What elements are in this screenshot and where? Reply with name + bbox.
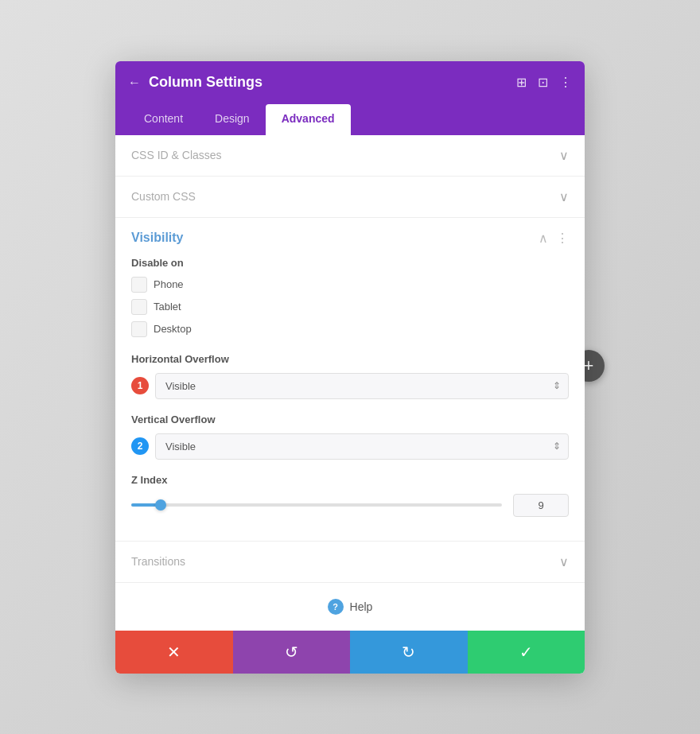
header-icons: ⊞ ⊡ ⋮	[516, 75, 572, 90]
help-section: ? Help	[115, 583, 585, 631]
expand-icon[interactable]: ⊞	[516, 75, 527, 90]
undo-button[interactable]: ↺	[233, 631, 351, 674]
save-button[interactable]: ✓	[468, 631, 585, 674]
disable-on-checkboxes: Phone Tablet Desktop	[131, 277, 569, 337]
checkbox-phone: Phone	[131, 277, 569, 293]
visibility-more-icon[interactable]: ⋮	[556, 231, 569, 246]
save-icon: ✓	[519, 643, 533, 662]
visibility-controls: ∧ ⋮	[539, 231, 569, 246]
more-options-icon[interactable]: ⋮	[559, 75, 572, 90]
checkbox-tablet: Tablet	[131, 299, 569, 315]
header-left: ← Column Settings	[128, 74, 262, 91]
custom-css-arrow: ∨	[559, 189, 569, 204]
horizontal-overflow-badge: 1	[131, 377, 149, 394]
z-index-slider-track[interactable]	[131, 503, 502, 507]
checkbox-desktop: Desktop	[131, 321, 569, 337]
panel-footer: ✕ ↺ ↻ ✓	[115, 631, 585, 674]
tab-content[interactable]: Content	[128, 104, 199, 135]
plus-icon: +	[584, 355, 594, 376]
visibility-section: Visibility ∧ ⋮ Disable on Phone	[115, 218, 585, 542]
layout-icon[interactable]: ⊡	[538, 75, 548, 90]
tab-design[interactable]: Design	[199, 104, 266, 135]
z-index-input[interactable]	[513, 494, 569, 517]
tabs-bar: Content Design Advanced	[115, 104, 585, 135]
horizontal-overflow-group: Horizontal Overflow 1 Visible Hidden Scr…	[131, 353, 569, 399]
help-label[interactable]: Help	[350, 600, 373, 613]
visibility-title: Visibility	[131, 231, 184, 245]
tablet-label: Tablet	[154, 301, 181, 313]
vertical-overflow-group: Vertical Overflow 2 Visible Hidden Scrol…	[131, 414, 569, 460]
horizontal-overflow-label: Horizontal Overflow	[131, 353, 569, 365]
desktop-label: Desktop	[154, 323, 192, 335]
transitions-title: Transitions	[131, 555, 185, 568]
phone-checkbox[interactable]	[131, 277, 147, 293]
visibility-header: Visibility ∧ ⋮	[131, 231, 569, 246]
cancel-icon: ✕	[167, 643, 181, 662]
disable-on-label: Disable on	[131, 257, 569, 269]
vertical-overflow-label: Vertical Overflow	[131, 414, 569, 425]
z-index-label: Z Index	[131, 474, 569, 486]
z-index-group: Z Index	[131, 474, 569, 517]
css-id-classes-section: CSS ID & Classes ∨	[115, 135, 585, 177]
visibility-collapse-icon[interactable]: ∧	[539, 231, 548, 246]
undo-icon: ↺	[285, 643, 298, 662]
cancel-button[interactable]: ✕	[115, 631, 233, 674]
desktop-checkbox[interactable]	[131, 321, 147, 337]
phone-label: Phone	[154, 278, 184, 290]
redo-button[interactable]: ↻	[350, 631, 468, 674]
panel-header: ← Column Settings ⊞ ⊡ ⋮	[115, 61, 585, 104]
transitions-section: Transitions ∨	[115, 542, 585, 583]
transitions-arrow: ∨	[559, 554, 569, 569]
transitions-header[interactable]: Transitions ∨	[115, 542, 585, 582]
custom-css-section: Custom CSS ∨	[115, 177, 585, 218]
custom-css-title: Custom CSS	[131, 190, 196, 203]
disable-on-group: Disable on Phone Tablet Desktop	[131, 257, 569, 337]
panel-body: CSS ID & Classes ∨ Custom CSS ∨ Visibili…	[115, 135, 585, 631]
vertical-overflow-select[interactable]: Visible Hidden Scroll Auto	[155, 433, 569, 460]
horizontal-overflow-select[interactable]: Visible Hidden Scroll Auto	[155, 373, 569, 399]
tablet-checkbox[interactable]	[131, 299, 147, 315]
css-id-classes-title: CSS ID & Classes	[131, 149, 222, 161]
vertical-overflow-badge: 2	[131, 437, 149, 455]
vertical-overflow-wrapper: 2 Visible Hidden Scroll Auto ⇕	[131, 433, 569, 460]
redo-icon: ↻	[402, 643, 415, 662]
help-icon[interactable]: ?	[328, 599, 344, 615]
horizontal-overflow-wrapper: 1 Visible Hidden Scroll Auto ⇕	[131, 373, 569, 399]
z-index-slider-thumb[interactable]	[155, 499, 166, 511]
css-id-classes-header[interactable]: CSS ID & Classes ∨	[115, 135, 585, 176]
css-id-classes-arrow: ∨	[559, 148, 569, 163]
panel-title: Column Settings	[149, 74, 262, 91]
z-index-slider-row	[131, 494, 569, 517]
tab-advanced[interactable]: Advanced	[266, 104, 351, 135]
column-settings-panel: ← Column Settings ⊞ ⊡ ⋮ Content Design A…	[115, 61, 585, 674]
back-icon[interactable]: ←	[128, 76, 141, 90]
custom-css-header[interactable]: Custom CSS ∨	[115, 177, 585, 217]
